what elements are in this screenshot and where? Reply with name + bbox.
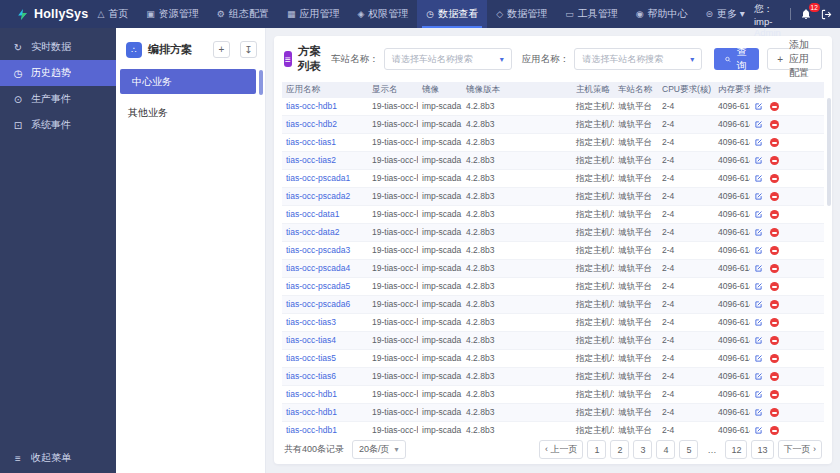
nav-item[interactable]: ▦ 应用管理 [278, 0, 349, 28]
collapse-menu-button[interactable]: ≡ 收起菜单 [0, 443, 116, 473]
sidebar-item[interactable]: ◷ 历史趋势 [0, 60, 116, 86]
nav-item[interactable]: ◇ 数据管理 [487, 0, 556, 28]
page-number-button[interactable]: 5 [679, 440, 698, 459]
nav-item[interactable]: ⚙ 组态配置 [208, 0, 278, 28]
nav-item[interactable]: ▣ 资源管理 [137, 0, 208, 28]
disable-button[interactable] [770, 264, 779, 273]
app-name-link[interactable]: tias-occ-pscada5 [286, 281, 350, 291]
plan-list-item[interactable]: 中心业务 [120, 69, 256, 94]
app-name-link[interactable]: tias-occ-data2 [286, 227, 339, 237]
page-number-button[interactable]: 2 [610, 440, 629, 459]
notifications-button[interactable]: 12 [800, 8, 812, 20]
disable-button[interactable] [770, 354, 779, 363]
app-name-link[interactable]: tias-occ-tias6 [286, 371, 336, 381]
app-name-link[interactable]: tias-occ-tias2 [286, 155, 336, 165]
app-name-link[interactable]: tias-occ-hdb1 [286, 101, 337, 111]
sidebar-item[interactable]: ⊙ 生产事件 [0, 86, 116, 112]
page-number-button[interactable]: … [702, 440, 721, 459]
disable-button[interactable] [770, 192, 779, 201]
app-name-link[interactable]: tias-occ-hdb1 [286, 389, 337, 399]
edit-button[interactable] [754, 408, 763, 417]
search-button[interactable]: 查询 [714, 48, 759, 70]
edit-button[interactable] [754, 354, 763, 363]
logout-button[interactable] [821, 9, 832, 20]
plan-scrollbar-thumb[interactable] [259, 70, 263, 95]
cell-station: 城轨平台 [614, 188, 658, 206]
nav-item[interactable]: ◷ 数据查看 [417, 0, 487, 28]
disable-button[interactable] [770, 138, 779, 147]
disable-button[interactable] [770, 336, 779, 345]
cell-image: imp-scada [418, 152, 462, 170]
edit-button[interactable] [754, 228, 763, 237]
app-name-link[interactable]: tias-occ-tias3 [286, 317, 336, 327]
page-number-button[interactable]: 13 [751, 440, 773, 459]
disable-button[interactable] [770, 426, 779, 435]
edit-button[interactable] [754, 372, 763, 381]
app-name-link[interactable]: tias-occ-hdb2 [286, 119, 337, 129]
disable-button[interactable] [770, 372, 779, 381]
page-number-button[interactable]: 3 [633, 440, 652, 459]
app-name-link[interactable]: tias-occ-data1 [286, 209, 339, 219]
edit-button[interactable] [754, 264, 763, 273]
app-name-link[interactable]: tias-occ-pscada4 [286, 263, 350, 273]
app-name-link[interactable]: tias-occ-hdb1 [286, 425, 337, 435]
disable-button[interactable] [770, 300, 779, 309]
disable-button[interactable] [770, 246, 779, 255]
app-select[interactable]: 请选择车站名称搜索 ▾ [574, 48, 702, 70]
plan-list-item[interactable]: 其他业务 [116, 100, 265, 125]
prev-page-button[interactable]: ‹ 上一页 [539, 440, 584, 459]
disable-button[interactable] [770, 318, 779, 327]
edit-button[interactable] [754, 282, 763, 291]
nav-item-label: 数据管理 [507, 7, 547, 21]
edit-button[interactable] [754, 138, 763, 147]
nav-item[interactable]: ⊜ 更多 ▾ [697, 0, 754, 28]
edit-button[interactable] [754, 120, 763, 129]
station-select[interactable]: 请选择车站名称搜索 ▾ [384, 48, 512, 70]
edit-button[interactable] [754, 102, 763, 111]
edit-button[interactable] [754, 210, 763, 219]
app-name-link[interactable]: tias-occ-pscada6 [286, 299, 350, 309]
sidebar-item[interactable]: ⊡ 系统事件 [0, 112, 116, 138]
page-number-button[interactable]: 4 [656, 440, 675, 459]
disable-button[interactable] [770, 282, 779, 291]
app-name-link[interactable]: tias-occ-pscada3 [286, 245, 350, 255]
edit-button[interactable] [754, 426, 763, 435]
edit-button[interactable] [754, 336, 763, 345]
app-name-link[interactable]: tias-occ-pscada1 [286, 173, 350, 183]
disable-button[interactable] [770, 102, 779, 111]
edit-button[interactable] [754, 300, 763, 309]
add-plan-button[interactable]: + [213, 41, 230, 58]
app-name-link[interactable]: tias-occ-tias1 [286, 137, 336, 147]
next-page-button[interactable]: 下一页 › [778, 440, 823, 459]
edit-button[interactable] [754, 318, 763, 327]
edit-button[interactable] [754, 174, 763, 183]
disable-button[interactable] [770, 228, 779, 237]
add-app-config-button[interactable]: + 添加应用配置 [767, 48, 822, 70]
app-name-link[interactable]: tias-occ-tias4 [286, 335, 336, 345]
page-number-button[interactable]: 12 [725, 440, 747, 459]
disable-button[interactable] [770, 390, 779, 399]
edit-button[interactable] [754, 156, 763, 165]
nav-item[interactable]: △ 首页 [88, 0, 137, 28]
app-name-link[interactable]: tias-occ-hdb1 [286, 407, 337, 417]
disable-button[interactable] [770, 156, 779, 165]
notification-badge: 12 [809, 3, 820, 12]
nav-item[interactable]: ◉ 帮助中心 [627, 0, 697, 28]
page-number-button[interactable]: 1 [587, 440, 606, 459]
nav-item[interactable]: ◈ 权限管理 [348, 0, 417, 28]
edit-button[interactable] [754, 246, 763, 255]
sidebar-item[interactable]: ↻ 实时数据 [0, 34, 116, 60]
disable-button[interactable] [770, 120, 779, 129]
table-scrollbar-thumb[interactable] [827, 98, 831, 206]
app-name-link[interactable]: tias-occ-pscada2 [286, 191, 350, 201]
import-plan-button[interactable]: ↧ [240, 41, 257, 58]
disable-button[interactable] [770, 174, 779, 183]
disable-button[interactable] [770, 408, 779, 417]
disable-button[interactable] [770, 210, 779, 219]
page-size-select[interactable]: 20条/页 ▾ [352, 440, 406, 459]
cell-memory: 4096-6144 [714, 278, 750, 296]
edit-button[interactable] [754, 390, 763, 399]
app-name-link[interactable]: tias-occ-tias5 [286, 353, 336, 363]
nav-item[interactable]: ▭ 工具管理 [556, 0, 627, 28]
edit-button[interactable] [754, 192, 763, 201]
